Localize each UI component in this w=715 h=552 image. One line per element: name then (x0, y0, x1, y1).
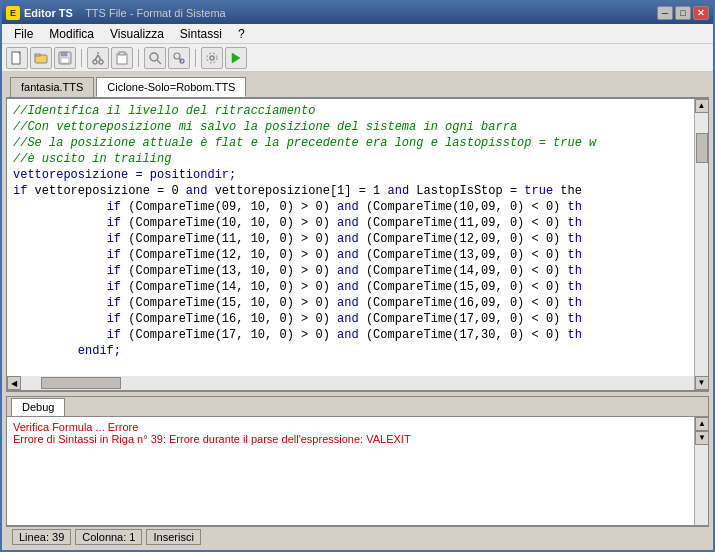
code-line-14: if (CompareTime(16, 10, 0) > 0) and (Com… (13, 311, 702, 327)
svg-rect-4 (61, 52, 67, 56)
line10-indent (13, 248, 99, 262)
svg-rect-0 (12, 52, 20, 64)
debug-scroll-down[interactable]: ▼ (695, 431, 708, 445)
line12-th: th (568, 280, 582, 294)
line6-and1: and (186, 184, 208, 198)
tab-debug[interactable]: Debug (11, 398, 65, 416)
line16-endif: endif; (78, 344, 121, 358)
line6-end: LastopIsStop = (416, 184, 524, 198)
line9-th: th (568, 232, 582, 246)
svg-point-13 (150, 53, 158, 61)
toolbar-run[interactable] (225, 47, 247, 69)
close-button[interactable]: ✕ (693, 6, 709, 20)
svg-point-7 (99, 60, 103, 64)
line15-a: (CompareTime(17, 10, 0) > 0) (128, 328, 337, 342)
toolbar-separator-1 (81, 49, 82, 67)
code-line-2: //Con vettoreposizione mi salvo la posiz… (13, 119, 702, 135)
menu-sintassi[interactable]: Sintassi (172, 25, 230, 43)
tab-fantasia[interactable]: fantasia.TTS (10, 77, 94, 97)
toolbar-cut[interactable] (87, 47, 109, 69)
menu-modifica[interactable]: Modifica (41, 25, 102, 43)
line8-indent (13, 216, 99, 230)
title-bar-controls: ─ □ ✕ (657, 6, 709, 20)
svg-rect-2 (35, 54, 40, 56)
code-line-11: if (CompareTime(13, 10, 0) > 0) and (Com… (13, 263, 702, 279)
hscroll-track[interactable] (21, 376, 694, 390)
svg-line-14 (157, 60, 161, 64)
line11-a: (CompareTime(13, 10, 0) > 0) (128, 264, 337, 278)
line11-th: th (568, 264, 582, 278)
svg-rect-12 (119, 52, 125, 55)
line8-a: (CompareTime(10, 10, 0) > 0) (128, 216, 337, 230)
line9-b: (CompareTime(12,09, 0) < 0) (366, 232, 568, 246)
toolbar-settings[interactable] (201, 47, 223, 69)
line15-th: th (568, 328, 582, 342)
editor-vertical-scrollbar[interactable]: ▲ ▼ (694, 99, 708, 376)
scroll-track[interactable] (695, 113, 709, 376)
code-line-4: //è uscito in trailing (13, 151, 702, 167)
debug-body: Verifica Formula ... Errore Errore di Si… (7, 417, 708, 525)
hscroll-thumb[interactable] (41, 377, 121, 389)
maximize-button[interactable]: □ (675, 6, 691, 20)
line7-a: (CompareTime(09, 10, 0) > 0) (128, 200, 337, 214)
menu-visualizza[interactable]: Visualizza (102, 25, 172, 43)
line11-if: if (107, 264, 121, 278)
toolbar-save[interactable] (54, 47, 76, 69)
debug-message-2: Errore di Sintassi in Riga n° 39: Errore… (13, 433, 702, 445)
toolbar-replace[interactable] (168, 47, 190, 69)
line13-and: and (337, 296, 359, 310)
line13-a: (CompareTime(15, 10, 0) > 0) (128, 296, 337, 310)
line14-a: (CompareTime(16, 10, 0) > 0) (128, 312, 337, 326)
editor-horizontal-scrollbar[interactable]: ◀ ▶ (7, 376, 708, 390)
status-line: Linea: 39 (12, 529, 71, 545)
line12-indent (13, 280, 99, 294)
line10-th: th (568, 248, 582, 262)
toolbar-find[interactable] (144, 47, 166, 69)
line7-and: and (337, 200, 359, 214)
code-line-3: //Se la posizione attuale è flat e la pr… (13, 135, 702, 151)
toolbar (2, 44, 713, 72)
code-line-7: if (CompareTime(09, 10, 0) > 0) and (Com… (13, 199, 702, 215)
debug-vertical-scrollbar[interactable]: ▲ ▼ (694, 417, 708, 525)
menu-help[interactable]: ? (230, 25, 253, 43)
scroll-up-arrow[interactable]: ▲ (695, 99, 709, 113)
code-line-15: if (CompareTime(17, 10, 0) > 0) and (Com… (13, 327, 702, 343)
minimize-button[interactable]: ─ (657, 6, 673, 20)
code-line-8: if (CompareTime(10, 10, 0) > 0) and (Com… (13, 215, 702, 231)
line12-if: if (107, 280, 121, 294)
line13-indent (13, 296, 99, 310)
line8-th: th (568, 216, 582, 230)
line6-and2: and (387, 184, 409, 198)
line7-if: if (107, 200, 121, 214)
app-window: E Editor TS TTS File - Format di Sistema… (0, 0, 715, 552)
toolbar-paste[interactable] (111, 47, 133, 69)
debug-scroll-up[interactable]: ▲ (695, 417, 708, 431)
editor-text-area[interactable]: //Identifica il livello del ritracciamen… (7, 99, 708, 376)
title-bar: E Editor TS TTS File - Format di Sistema… (2, 2, 713, 24)
line15-b: (CompareTime(17,30, 0) < 0) (366, 328, 568, 342)
scroll-thumb[interactable] (696, 133, 708, 163)
code-line-10: if (CompareTime(12, 10, 0) > 0) and (Com… (13, 247, 702, 263)
status-bar: Linea: 39 Colonna: 1 Inserisci (6, 526, 709, 546)
line15-and: and (337, 328, 359, 342)
hscroll-left-arrow[interactable]: ◀ (7, 376, 21, 390)
line6-true: true (524, 184, 553, 198)
line6-mid: vettoreposizione[1] = 1 (215, 184, 388, 198)
line8-b: (CompareTime(11,09, 0) < 0) (366, 216, 568, 230)
line7-indent (13, 200, 99, 214)
toolbar-new[interactable] (6, 47, 28, 69)
tab-ciclone[interactable]: Ciclone-Solo=Robom.TTS (96, 77, 246, 97)
line10-b: (CompareTime(13,09, 0) < 0) (366, 248, 568, 262)
content-area: fantasia.TTS Ciclone-Solo=Robom.TTS //Id… (2, 72, 713, 550)
line9-if: if (107, 232, 121, 246)
line14-and: and (337, 312, 359, 326)
tab-bar: fantasia.TTS Ciclone-Solo=Robom.TTS (6, 76, 709, 98)
line9-a: (CompareTime(11, 10, 0) > 0) (128, 232, 337, 246)
toolbar-open[interactable] (30, 47, 52, 69)
code-line-1: //Identifica il livello del ritracciamen… (13, 103, 702, 119)
menu-file[interactable]: File (6, 25, 41, 43)
code-line-12: if (CompareTime(14, 10, 0) > 0) and (Com… (13, 279, 702, 295)
editor-body: //Identifica il livello del ritracciamen… (7, 99, 708, 376)
line9-and: and (337, 232, 359, 246)
line14-indent (13, 312, 99, 326)
